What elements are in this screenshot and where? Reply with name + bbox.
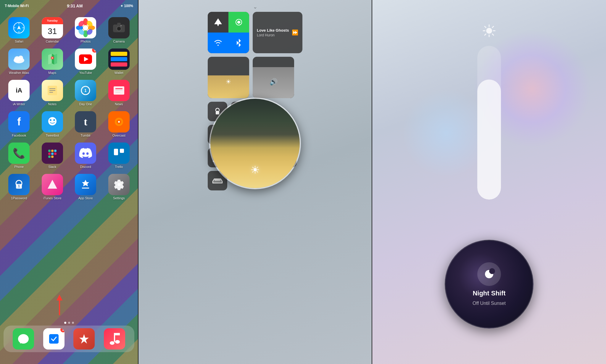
appstore-icon[interactable] <box>75 174 96 195</box>
page-dots <box>0 322 138 324</box>
dot-3 <box>72 322 74 324</box>
dot-2 <box>68 322 70 324</box>
app-camera[interactable]: Camera <box>104 17 135 43</box>
onepassword-icon[interactable]: 1 <box>8 174 30 195</box>
now-playing-title: Love Like Ghosts <box>257 28 289 33</box>
maps-icon[interactable] <box>42 48 63 70</box>
app-maps[interactable]: Maps <box>37 48 68 75</box>
app-overcast[interactable]: Overcast <box>104 111 135 137</box>
airplane-tile[interactable] <box>208 12 228 33</box>
dock-messages[interactable] <box>13 328 34 350</box>
discord-icon[interactable] <box>75 143 96 164</box>
connectivity-block <box>208 12 249 53</box>
app-1password[interactable]: 1 1Password <box>4 174 35 200</box>
app-wallet[interactable]: Wallet <box>104 48 135 75</box>
fast-forward-icon[interactable]: ⏩ <box>292 29 298 36</box>
app-tweetbot[interactable]: Tweetbot <box>37 111 68 137</box>
app-itunes[interactable]: iTunes Store <box>37 174 68 200</box>
app-trello[interactable]: Trello <box>104 143 135 169</box>
facebook-icon[interactable]: f <box>8 111 30 132</box>
music-icon[interactable] <box>104 328 125 350</box>
volume-tile[interactable]: 🔊 <box>253 57 294 98</box>
tweetbot-icon[interactable] <box>42 111 63 132</box>
notes-icon[interactable] <box>42 80 63 101</box>
svg-rect-52 <box>48 156 51 158</box>
battery-status: 100% <box>124 4 133 8</box>
panel-night-shift: Night Shift Off Until Sunset <box>372 0 606 364</box>
svg-point-87 <box>486 28 492 34</box>
settings-icon[interactable] <box>108 174 130 195</box>
moon-icon <box>477 262 501 286</box>
safari-label: Safari <box>15 40 23 43</box>
slack-icon[interactable] <box>42 143 63 164</box>
dock-music[interactable] <box>104 328 125 350</box>
svg-point-45 <box>118 121 120 123</box>
brightness-magnify-circle: ☀ <box>209 98 301 189</box>
svg-point-15 <box>83 25 88 30</box>
now-playing-artist: Lord Huron <box>257 33 289 37</box>
app-ia-writer[interactable]: iA iA Writer <box>4 80 35 106</box>
photos-label: Photos <box>80 40 91 43</box>
photos-icon[interactable] <box>75 17 96 38</box>
app-appstore[interactable]: App Store <box>70 174 101 200</box>
app-phone[interactable]: 📞 Phone <box>4 143 35 169</box>
wifi-tile[interactable] <box>208 33 228 53</box>
youtube-label: YouTube <box>79 71 92 75</box>
ns-sun-icon <box>482 24 496 39</box>
day-one-label: Day One <box>79 102 92 106</box>
app-tumblr[interactable]: t Tumblr <box>70 111 101 137</box>
dock: 3 <box>4 326 134 352</box>
dock-reminders[interactable]: 3 <box>43 328 65 350</box>
svg-rect-47 <box>51 153 54 155</box>
app-photos[interactable]: Photos <box>70 17 101 43</box>
spark-icon[interactable] <box>73 328 95 350</box>
reminders-icon[interactable]: 3 <box>43 328 65 350</box>
youtube-icon[interactable]: 1 <box>75 48 96 70</box>
battery-label: ⌖ 100% <box>121 4 133 8</box>
youtube-badge: 1 <box>92 48 96 53</box>
safari-icon[interactable] <box>8 17 30 38</box>
wallet-icon[interactable] <box>108 48 130 70</box>
app-settings[interactable]: Settings <box>104 174 135 200</box>
calendar-icon[interactable]: Tuesday 31 <box>42 17 63 38</box>
app-discord[interactable]: Discord <box>70 143 101 169</box>
svg-line-92 <box>485 26 486 27</box>
app-youtube[interactable]: 1 YouTube <box>70 48 101 75</box>
dot-1 <box>64 322 66 324</box>
cc-row-1: Love Like Ghosts Lord Huron ⏩ <box>208 12 302 53</box>
app-weather-atlas[interactable]: Weather Atlas <box>4 48 35 75</box>
app-notes[interactable]: Notes <box>37 80 68 106</box>
app-safari[interactable]: Safari <box>4 17 35 43</box>
app-day-one[interactable]: 1 Day One <box>70 80 101 106</box>
phone-icon[interactable]: 📞 <box>8 143 30 164</box>
itunes-icon[interactable] <box>42 174 63 195</box>
camera-icon[interactable] <box>108 17 130 38</box>
cellular-tile[interactable] <box>228 12 249 33</box>
app-facebook[interactable]: f Facebook <box>4 111 35 137</box>
tumblr-icon[interactable]: t <box>75 111 96 132</box>
appstore-label: App Store <box>78 196 93 200</box>
ia-writer-icon[interactable]: iA <box>8 80 30 101</box>
brightness-tile[interactable]: ☀ <box>208 57 249 98</box>
svg-marker-62 <box>57 295 62 300</box>
app-calendar[interactable]: Tuesday 31 Calendar <box>37 17 68 43</box>
night-shift-title: Night Shift <box>473 289 505 297</box>
weather-atlas-icon[interactable] <box>8 48 30 70</box>
brightness-sun-icon: ☀ <box>225 78 231 86</box>
svg-point-20 <box>117 27 120 30</box>
trello-icon[interactable] <box>108 143 130 164</box>
volume-icon: 🔊 <box>270 78 278 86</box>
messages-icon[interactable] <box>13 328 34 350</box>
bluetooth-tile[interactable] <box>228 33 249 53</box>
ns-brightness-slider[interactable] <box>477 46 501 200</box>
app-news[interactable]: News <box>104 80 135 106</box>
night-shift-circle[interactable]: Night Shift Off Until Sunset <box>445 240 534 329</box>
now-playing-tile[interactable]: Love Like Ghosts Lord Huron ⏩ <box>253 12 302 53</box>
dock-spark[interactable] <box>73 328 95 350</box>
svg-text:1: 1 <box>84 88 87 93</box>
day-one-icon[interactable]: 1 <box>75 80 96 101</box>
app-slack[interactable]: Slack <box>37 143 68 169</box>
overcast-icon[interactable] <box>108 111 130 132</box>
news-icon[interactable] <box>108 80 130 101</box>
panel-control-center: ⌄ Love Like Gho <box>138 0 372 364</box>
